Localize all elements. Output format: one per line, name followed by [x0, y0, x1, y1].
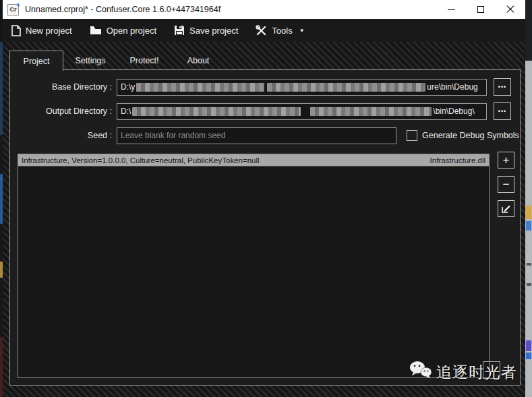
window-title: Unnamed.crproj* - Confuser.Core 1.6.0+44… [25, 5, 220, 14]
new-project-button[interactable]: New project [3, 19, 81, 42]
save-project-button[interactable]: Save project [165, 19, 247, 42]
add-module-button[interactable]: + [498, 152, 514, 169]
background-icon-speck [526, 206, 531, 219]
tab-protect-label: Protect! [129, 56, 158, 65]
output-directory-row: Output Directory : D:\\bin\Debug\ ••• [10, 102, 520, 120]
open-project-button[interactable]: Open project [81, 19, 165, 42]
module-file-name: Infrastructure.dll [430, 156, 485, 164]
confuserex-window: Cr + Unnamed.crproj* - Confuser.Core 1.6… [0, 0, 532, 397]
watermark: 追逐时光者 [409, 361, 517, 384]
tab-settings-label: Settings [75, 56, 105, 65]
save-floppy-icon [174, 25, 185, 36]
seed-label: Seed : [10, 131, 117, 140]
toolbar: New project Open project Save project To… [3, 19, 525, 42]
background-icon-speck [526, 340, 531, 351]
base-directory-browse-button[interactable]: ••• [494, 78, 511, 96]
tab-settings[interactable]: Settings [63, 51, 117, 70]
background-icon-speck [527, 283, 531, 286]
edit-pencil-icon [501, 204, 511, 214]
base-directory-label: Base Directory : [10, 82, 117, 92]
app-icon: Cr + [7, 4, 19, 16]
edit-module-button[interactable] [498, 200, 514, 217]
tab-project[interactable]: Project [9, 51, 63, 71]
background-window-sliver [525, 0, 532, 61]
output-directory-browse-button[interactable]: ••• [494, 102, 511, 120]
tab-about-label: About [187, 56, 210, 65]
save-project-label: Save project [189, 26, 238, 36]
base-directory-input[interactable]: D:\yure\bin\Debug [117, 79, 487, 96]
tab-project-label: Project [24, 57, 50, 66]
seed-input[interactable] [117, 127, 396, 144]
redacted-path-segment [310, 107, 432, 116]
tab-strip: Project Settings Protect! About [9, 51, 225, 70]
background-icon-speck [526, 353, 531, 359]
minus-icon: − [503, 178, 510, 191]
titlebar: Cr + Unnamed.crproj* - Confuser.Core 1.6… [3, 0, 525, 19]
background-icon-speck [526, 221, 531, 231]
close-icon [506, 5, 514, 13]
minimize-button[interactable] [436, 0, 466, 19]
tab-about[interactable]: About [171, 51, 225, 70]
tools-menu-button[interactable]: Tools ▼ [247, 19, 313, 42]
redacted-path-segment [136, 83, 264, 92]
background-icon-speck [527, 263, 531, 266]
minimize-icon [448, 9, 455, 10]
chevron-down-icon: ▼ [299, 28, 305, 34]
window-controls [436, 0, 525, 19]
generate-debug-symbols-checkbox[interactable] [407, 130, 417, 141]
base-directory-suffix: ure\bin\Debug [427, 82, 477, 92]
seed-row: Seed : Generate Debug Symbols [10, 127, 520, 144]
output-directory-input[interactable]: D:\\bin\Debug\ [117, 103, 487, 120]
module-list[interactable]: Infrastructure, Version=1.0.0.0, Culture… [18, 154, 490, 378]
output-directory-label: Output Directory : [10, 106, 117, 116]
app-icon-plus: + [16, 1, 20, 9]
main-area: Project Settings Protect! About Base Dir… [3, 42, 525, 397]
close-button[interactable] [496, 0, 525, 19]
base-directory-prefix: D:\y [121, 82, 135, 92]
new-document-icon [11, 25, 21, 36]
tools-icon [256, 25, 267, 36]
tab-protect[interactable]: Protect! [117, 51, 171, 70]
output-directory-suffix: \bin\Debug\ [433, 106, 474, 116]
watermark-text: 追逐时光者 [436, 362, 517, 383]
maximize-button[interactable] [466, 0, 496, 19]
open-project-label: Open project [107, 26, 156, 36]
generate-debug-symbols-label: Generate Debug Symbols [422, 131, 519, 140]
new-project-label: New project [26, 26, 72, 36]
tools-label: Tools [272, 26, 292, 36]
wechat-icon [409, 361, 432, 384]
plus-icon: + [503, 154, 510, 167]
output-directory-prefix: D:\ [121, 106, 131, 116]
module-list-row[interactable]: Infrastructure, Version=1.0.0.0, Culture… [18, 154, 489, 166]
redacted-path-segment [267, 83, 425, 92]
base-directory-row: Base Directory : D:\yure\bin\Debug ••• [10, 78, 520, 96]
project-tab-panel: Base Directory : D:\yure\bin\Debug ••• O… [9, 69, 521, 386]
module-assembly-name: Infrastructure, Version=1.0.0.0, Culture… [22, 156, 260, 164]
open-folder-icon [90, 26, 102, 35]
redacted-path-segment [132, 107, 301, 116]
remove-module-button[interactable]: − [498, 176, 514, 193]
maximize-icon [477, 6, 484, 13]
app-icon-text: Cr [9, 6, 16, 13]
